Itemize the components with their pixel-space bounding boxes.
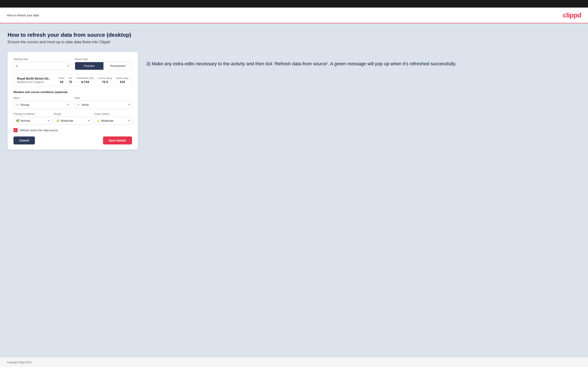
par-label: Par <box>69 77 72 79</box>
green-speed-group: Green Speed ⚡ SlowModerateFastVery Fast … <box>94 113 132 125</box>
fairway-select-wrapper[interactable]: 🌿 WetSoftNormalFirmHard ▾ <box>13 117 51 125</box>
yards-label: Yards/White (M)) <box>77 77 94 79</box>
cancel-button[interactable]: Cancel <box>13 136 35 144</box>
game-type-toggle: Practice Tournament <box>75 62 132 70</box>
yards-stat: Yards/White (M)) 6,744 <box>77 77 94 83</box>
wind-group: Wind 🌬 NoneLightModerateStrong ▾ <box>13 97 71 109</box>
logo: clippd <box>563 11 581 19</box>
wind-select[interactable]: NoneLightModerateStrong <box>14 101 70 108</box>
header-title: How to refresh your data <box>7 14 39 17</box>
game-type-group: Game Type Practice Tournament <box>75 58 132 70</box>
footer-copyright: Copyright Clippd 2022 <box>7 361 32 364</box>
game-type-label: Game Type <box>75 58 132 61</box>
side-text-content: 3) Make any extra edits necessary to the… <box>146 60 580 67</box>
holes-value: 18 <box>59 80 65 83</box>
conditions-section-title: Weather and course conditions (optional) <box>13 91 132 94</box>
slope-rating-stat: Slope rating 134 <box>116 77 129 83</box>
starting-hole-group: Starting Hole 1234 5678 910 ▾ <box>13 58 71 70</box>
yards-value: 6,744 <box>77 80 94 83</box>
rain-select[interactable]: NoneLightModerateHeavy <box>75 101 132 108</box>
save-details-button[interactable]: Save Details <box>103 136 132 144</box>
rough-select-wrapper[interactable]: 🌾 LightModerateHeavy ▾ <box>54 117 92 125</box>
fairway-select[interactable]: WetSoftNormalFirmHard <box>14 117 51 125</box>
top-bar <box>0 0 588 8</box>
fairway-label: Fairway Conditions <box>13 113 51 116</box>
starting-hole-select[interactable]: 1234 5678 910 <box>14 62 70 70</box>
button-row: Cancel Save Details <box>13 136 132 144</box>
par-value: 72 <box>69 80 72 83</box>
main-content: How to refresh your data from source (de… <box>0 23 588 357</box>
rough-select[interactable]: LightModerateHeavy <box>54 117 91 125</box>
holes-stat: Holes 18 <box>59 77 65 83</box>
green-speed-select-wrapper[interactable]: ⚡ SlowModerateFastVery Fast ▾ <box>94 117 132 125</box>
green-speed-select[interactable]: SlowModerateFastVery Fast <box>94 117 132 125</box>
rough-group: Rough 🌾 LightModerateHeavy ▾ <box>54 113 92 125</box>
starting-hole-select-wrapper[interactable]: 1234 5678 910 ▾ <box>13 62 71 70</box>
course-rating-value: 72.5 <box>98 80 112 83</box>
fairway-rough-green-row: Fairway Conditions 🌿 WetSoftNormalFirmHa… <box>13 113 132 125</box>
slope-rating-label: Slope rating <box>116 77 129 79</box>
refresh-checkbox-row: Refresh shots from data source <box>13 128 132 132</box>
course-rating-label: Course rating <box>98 77 112 79</box>
rough-label: Rough <box>54 113 92 116</box>
practice-toggle-button[interactable]: Practice <box>75 62 104 70</box>
par-stat: Par 72 <box>69 77 72 83</box>
rain-label: Rain <box>75 97 132 100</box>
page-subheading: Ensure the correct and most up to date d… <box>8 40 580 44</box>
card: Starting Hole 1234 5678 910 ▾ Game Type … <box>8 52 138 150</box>
course-stats: Holes 18 Par 72 Yards/White (M)) 6,744 C… <box>59 77 129 83</box>
holes-label: Holes <box>59 77 65 79</box>
side-text: 3) Make any extra edits necessary to the… <box>146 52 580 67</box>
wind-rain-row: Wind 🌬 NoneLightModerateStrong ▾ Rain ☀ <box>13 97 132 109</box>
tournament-toggle-button[interactable]: Tournament <box>104 62 132 70</box>
rain-select-wrapper[interactable]: ☀ NoneLightModerateHeavy ▾ <box>75 101 132 109</box>
content-row: Starting Hole 1234 5678 910 ▾ Game Type … <box>8 52 580 150</box>
starting-hole-game-type-row: Starting Hole 1234 5678 910 ▾ Game Type … <box>13 58 132 70</box>
fairway-group: Fairway Conditions 🌿 WetSoftNormalFirmHa… <box>13 113 51 125</box>
slope-rating-value: 134 <box>116 80 129 83</box>
course-location: Westward Ho!, England <box>17 81 55 83</box>
refresh-checkbox[interactable] <box>13 128 18 132</box>
course-rating-stat: Course rating 72.5 <box>98 77 112 83</box>
course-name: Royal North Devon GC, <box>17 77 55 80</box>
header: How to refresh your data clippd <box>0 8 588 23</box>
green-speed-label: Green Speed <box>94 113 132 116</box>
wind-label: Wind <box>13 97 71 100</box>
page-heading: How to refresh your data from source (de… <box>8 32 580 38</box>
wind-select-wrapper[interactable]: 🌬 NoneLightModerateStrong ▾ <box>13 101 71 109</box>
course-info-box: Royal North Devon GC, Westward Ho!, Engl… <box>13 74 132 87</box>
refresh-checkbox-label: Refresh shots from data source <box>20 129 58 132</box>
footer: Copyright Clippd 2022 <box>0 357 588 367</box>
starting-hole-label: Starting Hole <box>13 58 71 61</box>
rain-group: Rain ☀ NoneLightModerateHeavy ▾ <box>75 97 132 109</box>
course-name-block: Royal North Devon GC, Westward Ho!, Engl… <box>17 77 55 83</box>
